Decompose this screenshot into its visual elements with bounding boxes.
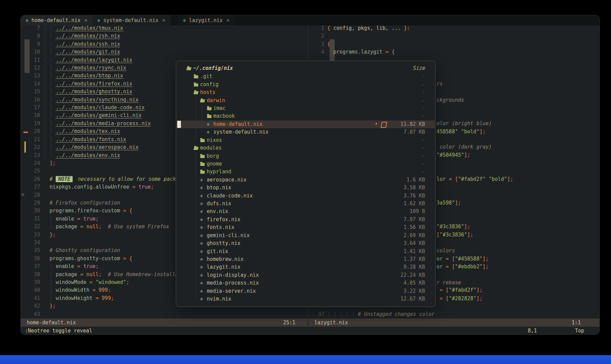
indent-guide (196, 152, 196, 299)
file-size: - (422, 144, 425, 152)
tree-row-folder[interactable]: gnome- (177, 160, 435, 168)
statusline: home-default.nix 25:1 lazygit.nix 1:1 (21, 319, 599, 327)
code-text: # Ghostty configuration (43, 247, 120, 254)
tree-row-file[interactable]: ❄home-default.nix•11.82 KB (177, 120, 435, 128)
tab-label: system-default.nix (103, 17, 159, 23)
tree-item-name: macbook (214, 112, 235, 120)
code-line[interactable]: 10│ │ ../../modules/git.nix (21, 48, 308, 56)
code-line[interactable]: 8│ │ ../../modules/zsh.nix (21, 32, 308, 40)
code-line[interactable]: 37│ │ │ │ │ # Unstagged changes color (308, 310, 599, 318)
nix-snowflake-icon: ❄ (200, 208, 203, 215)
nix-snowflake-icon: ❄ (200, 232, 203, 240)
code-line[interactable]: 9│ │ ../../modules/ssh.nix (21, 40, 308, 48)
note-badge: NOTE (56, 176, 73, 182)
line-number: 28 (21, 191, 43, 199)
folder-icon (194, 75, 198, 78)
tree-row-file[interactable]: ❄media-server.nix3.22 KB (177, 287, 435, 295)
close-icon[interactable]: × (84, 17, 87, 23)
tree-item-name: claude-code.nix (207, 192, 253, 200)
file-size: - (422, 73, 425, 80)
code-text: }; (43, 302, 56, 310)
line-number: 36 (21, 255, 43, 263)
code-text: │ │ ../../modules/rsync.nix (43, 64, 126, 72)
tree-row-file[interactable]: ❄firefox.nix7.97 KB (177, 216, 435, 224)
folder-open-icon (186, 67, 191, 70)
code-text: │ │ ../../modules/ssh.nix (43, 40, 120, 48)
file-size: 3.58 KB (404, 184, 425, 192)
nix-snowflake-icon: ❄ (207, 128, 210, 136)
statusline-filename: lazygit.nix (314, 320, 348, 326)
tree-item-name: login-display.nix (207, 271, 259, 279)
tree-item-name: media-server.nix (207, 287, 256, 295)
scroll-indicator: Top (575, 328, 584, 334)
neotree-root-row[interactable]: ~/.config/nix (176, 64, 435, 72)
file-size: - (422, 152, 425, 160)
code-text: │ windowWidth = 999; (43, 286, 111, 294)
tree-row-file[interactable]: ❄nvim.nix12.67 KB (177, 295, 435, 303)
code-line[interactable]: 7│ │ ../../modules/tmux.nix (21, 25, 308, 32)
tree-row-file[interactable]: ❄env.nix109 B (177, 208, 435, 215)
tree-row-folder[interactable]: nixos- (177, 136, 435, 144)
neotree-popup[interactable]: ~/.config/nix Size .git-config-hosts-dar… (176, 61, 436, 307)
code-line[interactable]: 43 (21, 310, 308, 318)
tree-row-file[interactable]: ❄lazygit.nix9.28 KB (177, 263, 435, 271)
nix-snowflake-icon: ❄ (200, 255, 203, 263)
tree-row-folder[interactable]: hyprland- (177, 168, 435, 176)
code-text: │ │ ../../modules/syncthing.nix (43, 96, 138, 104)
tree-row-folder[interactable]: hosts- (177, 89, 435, 96)
line-number: 30 (21, 207, 43, 215)
line-number: 9 (21, 40, 43, 48)
tree-row-file[interactable]: ❄git.nix1.41 KB (177, 248, 435, 255)
nix-snowflake-icon: ❄ (200, 216, 203, 224)
code-line[interactable]: 2 (308, 32, 599, 40)
tree-row-file[interactable]: ❄media-process.nix4.05 KB (177, 279, 435, 287)
tree-row-folder[interactable]: config- (177, 81, 435, 89)
code-text: │ │ ../../modules/btop.nix (43, 72, 123, 80)
tree-row-file[interactable]: ❄aerospace.nix1.6 KB (177, 176, 435, 184)
tree-item-name: system-default.nix (214, 128, 269, 136)
indent-guide (202, 104, 202, 132)
code-line[interactable]: 1{ config, pkgs, lib, ... }: (308, 25, 599, 32)
tree-row-file[interactable]: ❄claude-code.nix3.76 KB (177, 192, 435, 200)
line-number: 10 (21, 48, 43, 56)
tree-row-file[interactable]: ❄homebrew.nix1.37 KB (177, 255, 435, 263)
code-line[interactable]: 4 programs.lazygit = { (308, 48, 599, 56)
statusline-filename: home-default.nix (27, 320, 76, 326)
line-number: 17 (21, 104, 43, 112)
code-fragment: ckgrounds (437, 96, 464, 104)
tree-row-file[interactable]: ❄system-default.nix7.07 KB (177, 128, 435, 136)
code-text: programs.ghostty-custom = { (43, 255, 132, 263)
tab-lazygit.nix[interactable]: ❄lazygit.nix× (178, 15, 235, 25)
file-size: 1.37 KB (404, 255, 425, 263)
line-number: 25 (21, 167, 43, 175)
tree-row-folder[interactable]: imac- (177, 104, 435, 112)
file-size: 109 B (410, 208, 425, 215)
tree-row-file[interactable]: ❄ghostty.nix3.64 KB (177, 240, 435, 247)
command-line[interactable]: :Neotree toggle reveal 8,1 Top (21, 327, 599, 334)
code-text: │ │ ../../modules/env.nix (43, 152, 120, 159)
tree-item-name: nvim.nix (207, 295, 231, 303)
line-number: 37 (21, 263, 43, 270)
tree-row-folder[interactable]: .git- (177, 73, 435, 80)
tab-system-default.nix[interactable]: ❄system-default.nix× (92, 15, 170, 25)
line-number: 11 (21, 56, 43, 64)
code-text: programs.firefox-custom = { (43, 207, 132, 215)
tree-row-folder[interactable]: macbook- (177, 112, 435, 120)
code-line[interactable]: 3{ (308, 40, 599, 48)
tree-row-file[interactable]: ❄gemini-cli.nix2.69 KB (177, 232, 435, 240)
nix-snowflake-icon: ❄ (97, 18, 100, 23)
close-icon[interactable]: × (226, 17, 229, 23)
tree-item-name: firefox.nix (207, 216, 240, 224)
tree-row-folder[interactable]: darwin- (177, 97, 435, 104)
line-number: 20 (21, 128, 43, 135)
tab-home-default.nix[interactable]: ❄home-default.nix× (21, 15, 92, 25)
tree-row-file[interactable]: ❄dufs.nix1.62 KB (177, 200, 435, 208)
tree-row-file[interactable]: ❄fonts.nix1.56 KB (177, 224, 435, 231)
tree-row-folder[interactable]: borg- (177, 152, 435, 160)
tree-row-folder[interactable]: modules- (177, 144, 435, 152)
tree-row-file[interactable]: ❄btop.nix3.58 KB (177, 184, 435, 192)
code-text: { (327, 40, 330, 48)
close-icon[interactable]: × (162, 17, 165, 23)
line-number: 23 (21, 152, 43, 159)
tree-row-file[interactable]: ❄login-display.nix22.24 KB (177, 271, 435, 279)
